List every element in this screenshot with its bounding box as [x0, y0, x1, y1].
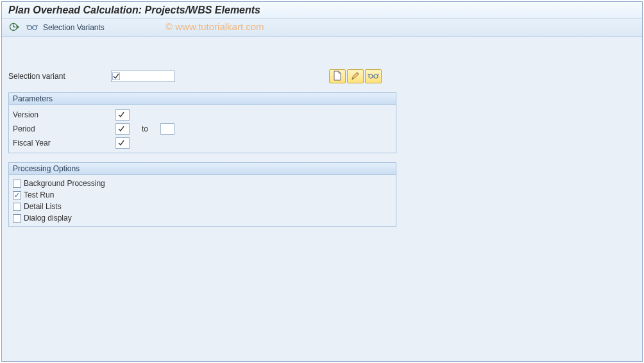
background-processing-label: Background Processing — [24, 179, 105, 188]
required-icon — [112, 72, 120, 80]
period-label: Period — [13, 124, 115, 133]
parameters-header: Parameters — [9, 93, 396, 105]
version-label: Version — [13, 110, 115, 119]
processing-options-group: Processing Options Background Processing… — [8, 162, 396, 227]
selection-variant-label: Selection variant — [8, 72, 111, 81]
detail-lists-label: Detail Lists — [24, 202, 62, 211]
document-icon — [333, 71, 342, 83]
create-variant-button[interactable] — [329, 69, 346, 83]
svg-line-11 — [368, 74, 369, 75]
dialog-display-checkbox[interactable] — [13, 214, 21, 223]
page-title: Plan Overhead Calculation: Projects/WBS … — [2, 2, 642, 19]
svg-line-7 — [37, 25, 38, 26]
period-to-label: to — [130, 124, 160, 133]
fiscal-year-label: Fiscal Year — [13, 139, 115, 148]
execute-button[interactable] — [7, 21, 21, 35]
svg-point-9 — [369, 74, 373, 78]
display-variant-button[interactable] — [365, 69, 382, 83]
test-run-label: Test Run — [24, 190, 54, 199]
svg-point-10 — [374, 74, 378, 78]
pencil-icon — [351, 71, 360, 82]
svg-marker-3 — [17, 25, 20, 29]
selection-variants-label: Selection Variants — [43, 23, 105, 32]
dialog-display-label: Dialog display — [24, 214, 72, 223]
selection-variant-input[interactable] — [111, 71, 175, 82]
svg-line-6 — [27, 25, 28, 26]
selection-variants-button[interactable] — [25, 21, 39, 35]
background-processing-checkbox[interactable] — [13, 180, 21, 188]
required-icon — [117, 139, 125, 146]
processing-options-header: Processing Options — [9, 163, 396, 175]
svg-line-12 — [378, 74, 379, 75]
svg-point-5 — [33, 25, 37, 29]
required-icon — [117, 124, 125, 132]
clock-execute-icon — [9, 22, 19, 34]
change-variant-button[interactable] — [347, 69, 364, 83]
glasses-icon — [368, 72, 379, 81]
detail-lists-checkbox[interactable] — [13, 203, 21, 211]
test-run-checkbox[interactable] — [13, 191, 21, 199]
period-to-input[interactable] — [160, 123, 174, 135]
glasses-icon — [26, 22, 38, 33]
parameters-group: Parameters Version Period — [8, 92, 396, 153]
required-icon — [117, 110, 125, 118]
svg-point-4 — [28, 25, 31, 29]
application-toolbar: Selection Variants — [2, 19, 642, 37]
